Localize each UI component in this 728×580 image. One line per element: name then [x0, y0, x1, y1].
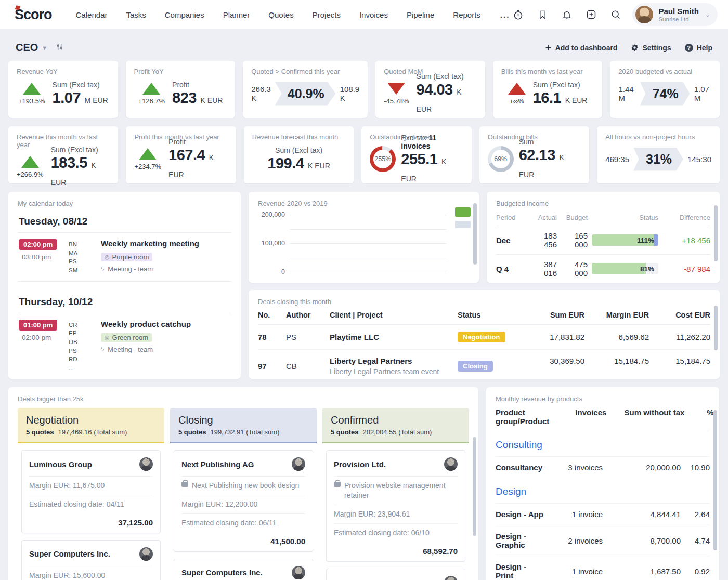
- product-group-link[interactable]: Design: [496, 478, 710, 503]
- lightning-icon: ϟ: [101, 346, 104, 353]
- event-title: Weekly product catchup: [101, 320, 230, 328]
- help-button[interactable]: ?Help: [685, 44, 712, 52]
- dashboard-selector[interactable]: CEO ▼: [16, 42, 47, 54]
- nav-calendar[interactable]: Calendar: [76, 10, 108, 19]
- monthly-revenue-table: Product group/Product Invoices Sum witho…: [496, 408, 710, 580]
- deals-closing-widget: Deals closing this month No. Author Clie…: [249, 290, 720, 379]
- ratio-right-value: 145:30: [687, 155, 711, 164]
- kanban-column-header: Negotiation 5 quotes197,469.16 (Total su…: [18, 408, 164, 443]
- nav-pipeline[interactable]: Pipeline: [407, 10, 434, 19]
- nav-invoices[interactable]: Invoices: [359, 10, 388, 19]
- deal-project-name: Liberty Legal Partners team event: [330, 367, 454, 376]
- deals-kanban-widget: Deals bigger than 25k Negotiation 5 quot…: [8, 387, 478, 580]
- ratio-left-value: 469:35: [605, 155, 629, 164]
- filters-icon[interactable]: [56, 43, 64, 53]
- deal-project-name: Provision website management retainer: [344, 481, 458, 500]
- scrollbar[interactable]: [714, 205, 718, 261]
- deal-project-name: Next Publishing new book design: [192, 481, 299, 491]
- avatar: [444, 576, 458, 580]
- progress-ring: 255%: [370, 146, 396, 172]
- scrollbar[interactable]: [713, 410, 717, 550]
- event-start-badge: 01:00 pm: [19, 320, 57, 331]
- table-row[interactable]: 78 PS Playtime LLC Negotiation 17,831.82…: [258, 325, 710, 350]
- avatar: [139, 547, 153, 561]
- metric-value: 1.07 M EUR: [53, 89, 108, 107]
- chart-y-axis: 200,000 100,000 0: [258, 215, 290, 272]
- scrollbar[interactable]: [473, 203, 477, 265]
- legend-2020-swatch: [455, 207, 471, 217]
- dashboard-name: CEO: [16, 42, 38, 54]
- trend-percent: +∞%: [509, 97, 524, 105]
- nav-quotes[interactable]: Quotes: [268, 10, 293, 19]
- kpi-outstanding-bills: Outstanding bills 69% Sum62.13 K EUR: [479, 126, 589, 183]
- metric-value: 199.4 K EUR: [267, 155, 330, 172]
- metric-value: 94.03 K EUR: [417, 81, 477, 115]
- kpi-quoted-mom: Quoted MoM -45.78% Sum (Excl tax)94.03 K…: [375, 61, 485, 118]
- trend-up-icon: [21, 156, 39, 168]
- scrollbar[interactable]: [473, 437, 476, 536]
- avatar: [139, 457, 153, 471]
- timer-icon[interactable]: [513, 9, 524, 20]
- kanban-column-confirmed: Confirmed 5 quotes202,004.55 (Total sum)…: [322, 408, 469, 580]
- nav-companies[interactable]: Companies: [165, 10, 204, 19]
- deal-card[interactable]: Super Computers Inc. Margin EUR: 15,600.…: [21, 540, 161, 580]
- nav-projects[interactable]: Projects: [313, 10, 341, 19]
- deal-card[interactable]: Luminous Group Margin EUR: 11,675.00 Est…: [21, 450, 161, 533]
- nav-reports[interactable]: Reports: [453, 10, 480, 19]
- status-badge: Closing: [458, 361, 493, 372]
- trend-up-icon: [508, 83, 526, 95]
- deal-sum: 37,125.00: [29, 513, 153, 527]
- deal-closing-date: Estimated closing date: 06/11: [181, 514, 305, 532]
- avatar: [292, 566, 305, 579]
- table-row[interactable]: Dec 183 456 165 000 111% +18 456: [496, 226, 710, 255]
- metric-value: 16.1 K EUR: [533, 89, 588, 107]
- calendar-event[interactable]: 01:00 pm 02:00 pm CREPOBPSRD... Weekly p…: [18, 313, 231, 379]
- bookmark-icon[interactable]: [538, 9, 548, 20]
- room-chip: ◎Green room: [101, 333, 152, 342]
- widget-title: Monthly revenue by products: [496, 395, 710, 403]
- scrollbar[interactable]: [714, 306, 718, 350]
- user-avatar: [635, 6, 653, 23]
- quick-add-icon[interactable]: [586, 9, 596, 20]
- add-to-dashboard-button[interactable]: Add to dashboard: [545, 44, 618, 52]
- revenue-bar-chart: 200,000 100,000 0: [258, 215, 470, 272]
- calendar-event[interactable]: 02:00 pm 03:00 pm BNMAPSSM Weekly market…: [18, 232, 231, 282]
- question-mark-icon: ?: [685, 44, 693, 52]
- nav-tasks[interactable]: Tasks: [126, 10, 146, 19]
- ratio-percent: 40.9%: [275, 82, 336, 106]
- ratio-right-value: 108.9 K: [340, 85, 360, 102]
- search-icon[interactable]: [610, 9, 621, 20]
- notifications-bell-icon[interactable]: [562, 9, 572, 20]
- table-row[interactable]: Q 4 387 016 475 000 81% -87 984: [496, 255, 710, 283]
- chevron-down-icon: ⌄: [705, 11, 710, 18]
- table-row[interactable]: Design - Graphic 2 invoices 8,700.00 4.7…: [496, 525, 710, 556]
- avatar: [292, 457, 305, 471]
- briefcase-icon: [334, 482, 341, 487]
- briefcase-icon: [181, 482, 188, 487]
- event-start-badge: 02:00 pm: [19, 239, 57, 250]
- table-row[interactable]: 97 CB Liberty Legal Partners Liberty Leg…: [258, 350, 710, 379]
- trend-percent: +126.7%: [138, 97, 165, 105]
- product-group-link[interactable]: Consulting: [496, 431, 710, 456]
- table-row[interactable]: Design - Print 1 invoice 1,687.50 0.92: [496, 556, 710, 580]
- nav-more-icon[interactable]: ...: [500, 10, 510, 19]
- event-attendees: CREPOBPSRD...: [69, 320, 96, 373]
- deal-card[interactable]: Concept LLC Margin EUR: 9,779.25: [326, 569, 465, 580]
- widget-title: Deals bigger than 25k: [18, 395, 469, 403]
- scoro-logo[interactable]: Scoro: [15, 7, 52, 23]
- event-end-time: 03:00 pm: [22, 253, 63, 261]
- deal-card[interactable]: Super Computers Inc. Margin EUR: 19,900.…: [174, 559, 313, 580]
- monthly-revenue-widget: Monthly revenue by products Product grou…: [486, 387, 719, 580]
- deal-card[interactable]: Next Publishing AG Next Publishing new b…: [174, 450, 313, 552]
- kpi-title: 2020 budgeted vs actual: [618, 68, 711, 75]
- widget-title: Revenue 2020 vs 2019: [258, 200, 470, 207]
- deal-card[interactable]: Provision Ltd. Provision website managem…: [326, 450, 465, 562]
- kpi-title: All hours vs non-project hours: [605, 133, 711, 141]
- nav-planner[interactable]: Planner: [223, 10, 250, 19]
- user-menu[interactable]: Paul Smith Sunrise Ltd ⌄: [632, 3, 718, 26]
- table-row[interactable]: Consultancy 3 invoices 20,000.00 10.90: [496, 456, 710, 478]
- settings-button[interactable]: Settings: [631, 44, 671, 52]
- kpi-row-1: Revenue YoY +193.5% Sum (Excl tax)1.07 M…: [8, 61, 720, 118]
- table-row[interactable]: Design - App 1 invoice 4,844.41 2.64: [496, 503, 710, 525]
- ratio-left-value: 266.3 K: [251, 85, 271, 102]
